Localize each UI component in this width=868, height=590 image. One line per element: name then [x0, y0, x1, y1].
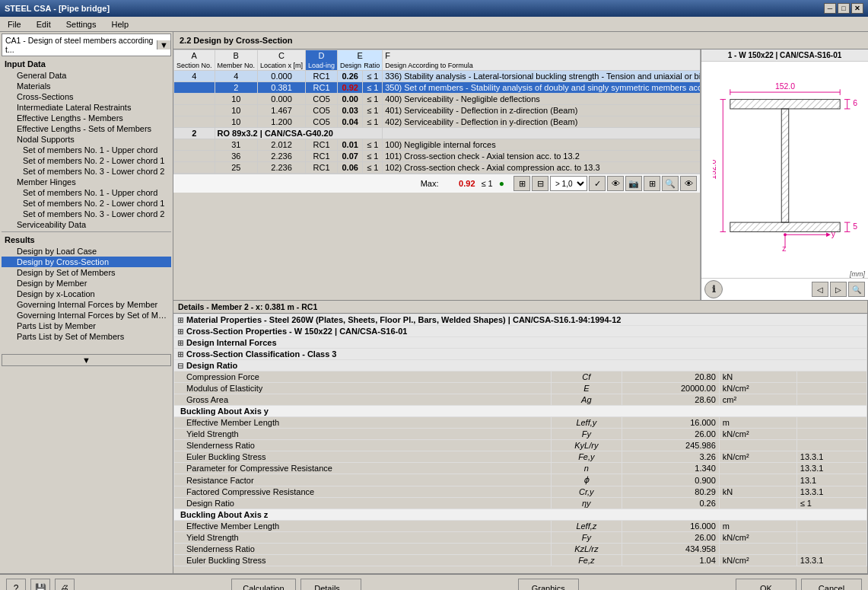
sidebar-item-cross-sections[interactable]: Cross-Sections: [2, 91, 171, 102]
cs-bottom-bar: ℹ ◁ ▷ 🔍: [701, 278, 868, 300]
sidebar-item-eff-lengths-members[interactable]: Effective Lengths - Members: [2, 113, 171, 123]
svg-text:152.0: 152.0: [774, 82, 794, 91]
formula-cell: 350) Set of members - Stability analysis…: [383, 82, 701, 94]
details-data-row: Euler Buckling Stress Fe,z 1.04 kN/cm² 1…: [174, 555, 867, 566]
sidebar-item-lateral-restraints[interactable]: Intermediate Lateral Restraints: [2, 102, 171, 113]
sidebar-item-by-set-of-members[interactable]: Design by Set of Members: [2, 267, 171, 278]
leq-cell: ≤ 1: [363, 151, 383, 162]
details-table: ⊞Material Properties - Steel 260W (Plate…: [173, 314, 867, 566]
table-row[interactable]: 4 4 0.000 RC1 0.26 ≤ 1 336) Stability an…: [174, 71, 701, 82]
loading-cell: RC1: [306, 139, 338, 151]
max-label: Max:: [176, 179, 442, 188]
table-row[interactable]: 25 2.236 RC1 0.06 ≤ 1 102) Cross-section…: [174, 162, 701, 174]
formula-cell: 402) Serviceability - Deflection in y-di…: [383, 116, 701, 128]
section-no-cell: [174, 82, 215, 94]
module-dropdown-btn[interactable]: ▼: [157, 40, 170, 49]
location-cell: 0.000: [258, 94, 306, 105]
sidebar-item-hinges-set1[interactable]: Set of members No. 1 - Upper chord: [2, 187, 171, 198]
maximize-btn[interactable]: □: [838, 3, 850, 14]
table-row[interactable]: 10 1.467 CO5 0.03 ≤ 1 401) Serviceabilit…: [174, 105, 701, 116]
table-row[interactable]: 31 2.012 RC1 0.01 ≤ 1 100) Negligible in…: [174, 139, 701, 151]
formula-cell: 336) Stability analysis - Lateral-torsio…: [383, 71, 701, 82]
details-group-header[interactable]: ⊞Cross-Section Classification - Class 3: [174, 349, 867, 360]
design-table: ASection No. BMember No. CLocation x [m]…: [173, 49, 701, 174]
loading-cell: RC1: [306, 82, 338, 94]
details-data-row: Yield Strength Fy 26.00 kN/cm²: [174, 429, 867, 440]
leq-cell: ≤ 1: [363, 116, 383, 128]
sidebar-item-materials[interactable]: Materials: [2, 81, 171, 91]
table-btn-2[interactable]: ⊟: [532, 176, 548, 191]
sidebar-item-eff-lengths-sets[interactable]: Effective Lengths - Sets of Members: [2, 123, 171, 134]
menu-file[interactable]: File: [3, 18, 26, 30]
close-btn[interactable]: ✕: [851, 3, 863, 14]
sidebar-item-by-x-location[interactable]: Design by x-Location: [2, 289, 171, 299]
design-table-container[interactable]: ASection No. BMember No. CLocation x [m]…: [173, 49, 701, 300]
calculation-btn[interactable]: Calculation: [231, 579, 295, 590]
details-data-row: Gross Area Ag 28.60 cm²: [174, 394, 867, 406]
minimize-btn[interactable]: ─: [824, 3, 836, 14]
svg-point-24: [784, 233, 787, 236]
formula-cell: 400) Serviceability - Negligible deflect…: [383, 94, 701, 105]
sidebar-item-set3-lower2[interactable]: Set of members No. 3 - Lower chord 2: [2, 166, 171, 177]
ok-btn[interactable]: OK: [736, 579, 796, 590]
cs-prev-btn[interactable]: ◁: [812, 282, 828, 297]
sidebar-item-hinges-set2[interactable]: Set of members No. 2 - Lower chord 1: [2, 198, 171, 209]
details-group-header[interactable]: ⊞Design Internal Forces: [174, 337, 867, 349]
table-row[interactable]: 2 RO 89x3.2 | CAN/CSA-G40.20: [174, 128, 701, 139]
sidebar-scroll-down[interactable]: ▼: [2, 354, 171, 366]
details-data-row: Factored Compressive Resistance Cr,y 80.…: [174, 486, 867, 498]
cs-next-btn[interactable]: ▷: [830, 282, 847, 297]
sidebar-item-by-load-case[interactable]: Design by Load Case: [2, 246, 171, 257]
bottom-icon-3[interactable]: 🖨: [55, 579, 75, 590]
details-group-header[interactable]: ⊟Design Ratio: [174, 360, 867, 372]
table-btn-1[interactable]: ⊞: [513, 176, 530, 191]
table-row[interactable]: 10 0.000 CO5 0.00 ≤ 1 400) Serviceabilit…: [174, 94, 701, 105]
cancel-btn[interactable]: Cancel: [801, 579, 862, 590]
sidebar-item-gov-forces-set[interactable]: Governing Internal Forces by Set of Memb: [2, 310, 171, 321]
sidebar-item-parts-list-member[interactable]: Parts List by Member: [2, 321, 171, 331]
eye-btn[interactable]: 👁: [607, 176, 624, 191]
table-opt-btn[interactable]: ⊞: [644, 176, 660, 191]
menu-edit[interactable]: Edit: [32, 18, 56, 30]
table-row[interactable]: 2 0.381 RC1 0.92 ≤ 1 350) Set of members…: [174, 82, 701, 94]
camera-btn[interactable]: 📷: [625, 176, 642, 191]
table-row[interactable]: 36 2.236 RC1 0.07 ≤ 1 101) Cross-section…: [174, 151, 701, 162]
info-btn[interactable]: ℹ: [704, 280, 723, 298]
mm-label: [mm]: [701, 270, 868, 278]
graphics-btn[interactable]: Graphics: [518, 579, 579, 590]
max-row: Max: 0.92 ≤ 1 ● ⊞ ⊟ > 1,0 > 0,5 all ✓: [173, 174, 700, 193]
sidebar-item-set2-lower1[interactable]: Set of members No. 2 - Lower chord 1: [2, 155, 171, 166]
cs-zoom-btn[interactable]: 🔍: [848, 282, 865, 297]
table-toolbar: ⊞ ⊟ > 1,0 > 0,5 all ✓ 👁 📷 ⊞ 🔍 👁: [513, 176, 697, 191]
filter-btn[interactable]: 🔍: [662, 176, 679, 191]
menu-help[interactable]: Help: [107, 18, 133, 30]
details-data-row: Yield Strength Fy 26.00 kN/cm²: [174, 532, 867, 544]
sidebar-item-by-cross-section[interactable]: Design by Cross-Section: [2, 257, 171, 267]
formula-cell: 100) Negligible internal forces: [383, 139, 701, 151]
sidebar-item-serviceability[interactable]: Serviceability Data: [2, 219, 171, 230]
filter-select[interactable]: > 1,0 > 0,5 all: [550, 176, 587, 191]
bottom-icon-1[interactable]: ?: [6, 579, 26, 590]
bottom-icon-2[interactable]: 💾: [30, 579, 50, 590]
sidebar-item-parts-list-set[interactable]: Parts List by Set of Members: [2, 331, 171, 342]
module-selector[interactable]: CA1 - Design of steel members according …: [2, 34, 157, 56]
sidebar-item-nodal-supports[interactable]: Nodal Supports: [2, 134, 171, 145]
menu-bar: File Edit Settings Help: [0, 17, 868, 32]
location-cell: 1.200: [258, 116, 306, 128]
details-group-header[interactable]: ⊞Cross-Section Properties - W 150x22 | C…: [174, 326, 867, 337]
check-btn[interactable]: ✓: [589, 176, 606, 191]
col-b-header: BMember No.: [215, 50, 258, 71]
max-value: 0.92: [445, 179, 475, 188]
menu-settings[interactable]: Settings: [62, 18, 101, 30]
sidebar-item-hinges-set3[interactable]: Set of members No. 3 - Lower chord 2: [2, 209, 171, 219]
table-row[interactable]: 10 1.200 CO5 0.04 ≤ 1 402) Serviceabilit…: [174, 116, 701, 128]
location-cell: 2.236: [258, 151, 306, 162]
details-group-header[interactable]: ⊞Material Properties - Steel 260W (Plate…: [174, 314, 867, 326]
sidebar-item-by-member[interactable]: Design by Member: [2, 278, 171, 289]
vis-btn[interactable]: 👁: [680, 176, 697, 191]
details-btn[interactable]: Details...: [300, 579, 361, 590]
sidebar-item-general-data[interactable]: General Data: [2, 70, 171, 81]
sidebar-item-member-hinges[interactable]: Member Hinges: [2, 177, 171, 187]
sidebar-item-set1-upper[interactable]: Set of members No. 1 - Upper chord: [2, 145, 171, 155]
sidebar-item-gov-forces-member[interactable]: Governing Internal Forces by Member: [2, 299, 171, 310]
